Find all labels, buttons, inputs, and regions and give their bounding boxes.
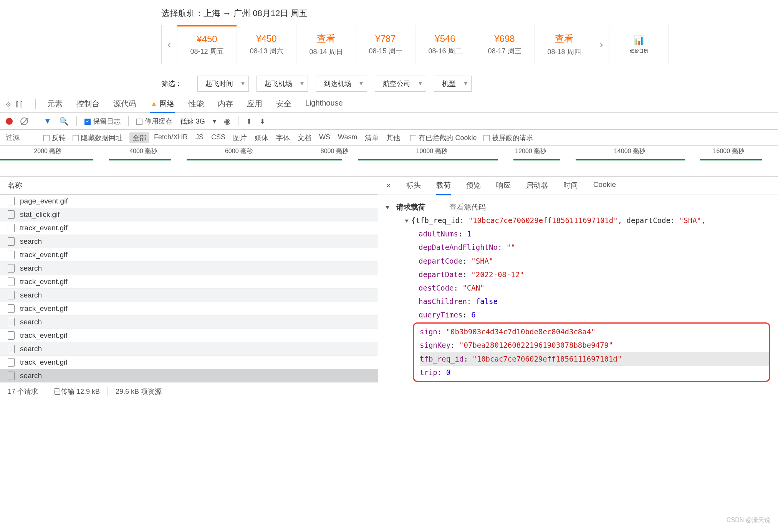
payload-tab[interactable]: 响应 <box>496 180 511 191</box>
disclosure-icon[interactable] <box>405 220 409 223</box>
type-filter[interactable]: 文档 <box>295 132 315 143</box>
filter-dropdown[interactable]: 到达机场 <box>316 76 367 92</box>
type-filter[interactable]: WS <box>316 132 333 143</box>
timeline-tick: 8000 毫秒 <box>321 147 348 155</box>
request-item[interactable]: page_event.gif <box>0 195 378 208</box>
prev-arrow[interactable]: ‹ <box>162 25 177 64</box>
devtools-tab[interactable]: 性能 <box>189 99 204 109</box>
filter-dropdown[interactable]: 起飞机场 <box>257 76 308 92</box>
request-item[interactable]: stat_click.gif <box>0 208 378 221</box>
throttle-dropdown-icon[interactable]: ▾ <box>213 117 216 126</box>
filter-icon[interactable]: ▼ <box>44 117 51 126</box>
blocked-requests-checkbox[interactable]: 被屏蔽的请求 <box>483 133 533 142</box>
devtools-tab[interactable]: Lighthouse <box>305 99 343 109</box>
clear-button[interactable] <box>20 117 28 125</box>
json-field-highlighted[interactable]: signKey: "07bea28012608221961903078b8be9… <box>420 339 769 352</box>
transferred: 已传输 12.9 kB <box>54 387 108 396</box>
flight-card[interactable]: ¥45008-12 周五 <box>177 25 237 63</box>
disable-cache-checkbox[interactable]: 停用缓存 <box>136 117 172 126</box>
blocked-cookies-checkbox[interactable]: 有已拦截的 Cookie <box>410 133 477 142</box>
request-item[interactable]: track_event.gif <box>0 275 378 289</box>
request-item[interactable]: track_event.gif <box>0 302 378 316</box>
upload-icon[interactable]: ⬆ <box>246 117 252 126</box>
payload-tab[interactable]: Cookie <box>593 180 616 191</box>
json-field[interactable]: destCode: "CAN" <box>378 281 778 295</box>
device-icon[interactable]: ⫿⫿ <box>15 99 24 109</box>
devtools-tab[interactable]: 应用 <box>247 99 262 109</box>
search-icon[interactable]: 🔍 <box>59 117 69 126</box>
devtools-tab[interactable]: 元素 <box>47 99 63 109</box>
devtools-tab[interactable]: 安全 <box>276 99 291 109</box>
payload-tab[interactable]: 载荷 <box>436 180 451 195</box>
json-field[interactable]: departDate: "2022-08-12" <box>378 268 778 281</box>
record-button[interactable] <box>6 118 13 125</box>
hide-data-checkbox[interactable]: 隐藏数据网址 <box>73 133 122 142</box>
type-filter[interactable]: 字体 <box>273 132 293 143</box>
flight-card[interactable]: ¥78708-15 周一 <box>356 25 415 64</box>
json-field-highlighted[interactable]: trip: 0 <box>420 366 769 379</box>
type-filter[interactable]: 清单 <box>362 132 382 143</box>
request-item[interactable]: search <box>0 342 378 356</box>
request-item[interactable]: search <box>0 289 378 302</box>
payload-tab[interactable]: 标头 <box>406 180 421 191</box>
invert-checkbox[interactable]: 反转 <box>43 133 66 142</box>
flight-card[interactable]: 查看08-14 周日 <box>296 25 356 64</box>
filter-dropdown[interactable]: 航空公司 <box>375 76 426 92</box>
request-item[interactable]: track_event.gif <box>0 248 378 262</box>
list-header[interactable]: 名称 <box>0 177 378 195</box>
throttle-select[interactable]: 低速 3G <box>180 117 205 126</box>
type-filter[interactable]: CSS <box>208 132 228 143</box>
flight-price: ¥698 <box>494 33 515 44</box>
flight-card[interactable]: 查看08-18 周四 <box>534 25 594 64</box>
json-field-highlighted[interactable]: tfb_req_id: "10bcac7ce706029eff185611169… <box>420 352 769 366</box>
network-timeline[interactable]: 2000 毫秒4000 毫秒6000 毫秒8000 毫秒10000 毫秒1200… <box>0 146 778 177</box>
filter-input[interactable] <box>6 134 36 142</box>
devtools-tab[interactable]: 控制台 <box>76 99 99 109</box>
request-item[interactable]: search <box>0 369 378 383</box>
download-icon[interactable]: ⬇ <box>260 117 265 126</box>
json-field[interactable]: hasChildren: false <box>378 295 778 308</box>
json-field[interactable]: adultNums: 1 <box>378 227 778 241</box>
wifi-icon[interactable]: ◉ <box>224 117 230 126</box>
request-item[interactable]: track_event.gif <box>0 221 378 235</box>
request-item[interactable]: search <box>0 262 378 275</box>
flight-card[interactable]: ¥54608-16 周二 <box>415 25 475 64</box>
flight-date: 08-16 周二 <box>428 46 462 56</box>
request-list: 名称 page_event.gifstat_click.giftrack_eve… <box>0 177 378 445</box>
inspect-icon[interactable]: ⟐ <box>6 99 11 109</box>
type-filter[interactable]: 媒体 <box>252 132 271 143</box>
disclosure-icon[interactable] <box>386 206 389 209</box>
request-item[interactable]: search <box>0 235 378 248</box>
payload-tab[interactable]: 启动器 <box>526 180 548 191</box>
json-field[interactable]: queryTimes: 6 <box>378 308 778 322</box>
json-top-line[interactable]: {tfb_req_id: "10bcac7ce706029eff18561116… <box>378 214 778 227</box>
request-item[interactable]: track_event.gif <box>0 356 378 369</box>
filter-dropdown[interactable]: 起飞时间 <box>197 76 249 92</box>
low-price-calendar[interactable]: 📊 低价日历 <box>609 25 669 64</box>
payload-tab[interactable]: 时间 <box>563 180 578 191</box>
filter-dropdown[interactable]: 机型 <box>434 76 472 92</box>
flight-card[interactable]: ¥45008-13 周六 <box>237 25 296 64</box>
devtools-tab[interactable]: 内存 <box>218 99 233 109</box>
json-field[interactable]: departCode: "SHA" <box>378 254 778 268</box>
devtools-tab[interactable]: 源代码 <box>113 99 136 109</box>
request-name: track_event.gif <box>20 278 68 286</box>
type-filter[interactable]: JS <box>192 132 207 143</box>
preserve-log-checkbox[interactable]: 保留日志 <box>84 117 121 126</box>
close-panel-icon[interactable]: × <box>386 181 391 191</box>
type-filter[interactable]: Wasm <box>335 132 360 143</box>
type-filter[interactable]: Fetch/XHR <box>151 132 191 143</box>
payload-tab[interactable]: 预览 <box>466 180 481 191</box>
devtools-tab[interactable]: ▲网络 <box>150 99 175 113</box>
flight-card[interactable]: ¥69808-17 周三 <box>475 25 534 64</box>
json-field[interactable]: depDateAndFlightNo: "" <box>378 241 778 254</box>
request-item[interactable]: search <box>0 316 378 329</box>
view-source-link[interactable]: 查看源代码 <box>449 203 486 211</box>
type-filter[interactable]: 图片 <box>230 132 250 143</box>
type-filter[interactable]: 其他 <box>383 132 403 143</box>
timeline-tick: 12000 毫秒 <box>515 147 546 155</box>
type-filter[interactable]: 全部 <box>129 132 149 143</box>
request-item[interactable]: track_event.gif <box>0 329 378 342</box>
json-field-highlighted[interactable]: sign: "0b3b903c4d34c7d10bde8ec804d3c8a4" <box>420 325 769 339</box>
next-arrow[interactable]: › <box>594 25 609 64</box>
